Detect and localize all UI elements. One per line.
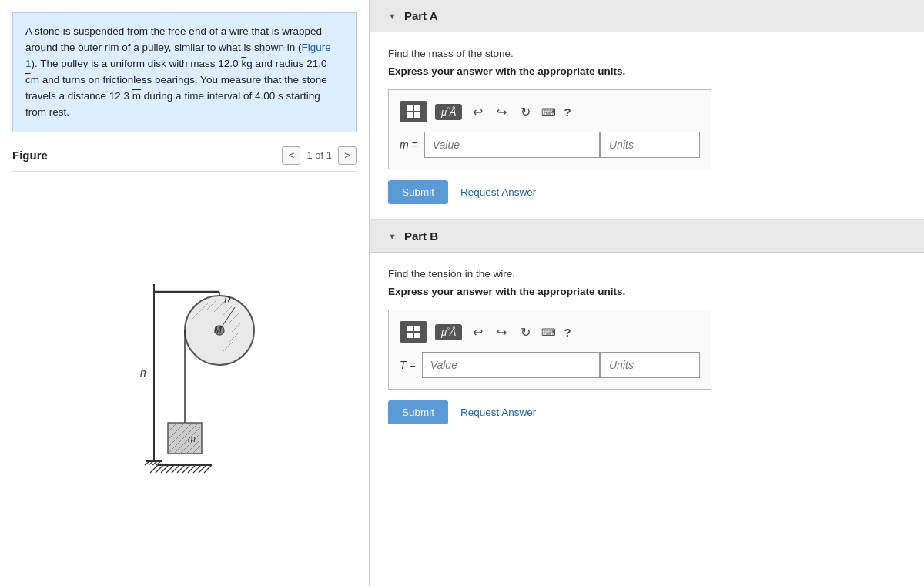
svg-text:R: R bbox=[224, 295, 231, 306]
figure-svg: h M R m bbox=[12, 172, 357, 574]
matrix-icon bbox=[407, 105, 420, 118]
figure-diagram: h M R m bbox=[100, 269, 270, 484]
part-a-instruction: Express your answer with the appropriate… bbox=[388, 65, 906, 77]
part-a-mu-button[interactable]: μ°Å bbox=[435, 104, 462, 120]
part-b-value-input[interactable] bbox=[422, 352, 600, 378]
part-b-instruction: Express your answer with the appropriate… bbox=[388, 286, 906, 297]
problem-text-content: A stone is suspended from the free end o… bbox=[25, 25, 331, 118]
part-b-body: Find the tension in the wire. Express yo… bbox=[370, 253, 924, 440]
part-a-collapse-icon: ▼ bbox=[388, 12, 397, 21]
part-b-input-label: T = bbox=[400, 352, 416, 378]
part-a-body: Find the mass of the stone. Express your… bbox=[370, 32, 924, 219]
part-a-toolbar: μ°Å ↩ ↪ ↻ ⌨ ? bbox=[400, 101, 700, 122]
part-b-description: Find the tension in the wire. bbox=[388, 268, 906, 280]
figure-link[interactable]: Figure 1 bbox=[25, 42, 331, 69]
part-a-input-label: m = bbox=[400, 132, 418, 158]
figure-header: Figure < 1 of 1 > bbox=[12, 132, 357, 172]
part-a-description: Find the mass of the stone. bbox=[388, 48, 906, 59]
part-a-header[interactable]: ▼ Part A bbox=[370, 0, 924, 32]
part-a-action-row: Submit Request Answer bbox=[388, 180, 906, 204]
part-b-header[interactable]: ▼ Part B bbox=[370, 220, 924, 253]
left-panel: A stone is suspended from the free end o… bbox=[0, 0, 370, 586]
part-b-units-input[interactable] bbox=[600, 352, 700, 378]
part-b-help-button[interactable]: ? bbox=[564, 326, 571, 339]
part-b-section: ▼ Part B Find the tension in the wire. E… bbox=[370, 220, 924, 440]
part-b-matrix-button[interactable] bbox=[400, 321, 427, 343]
svg-text:h: h bbox=[140, 367, 146, 379]
part-a-units-input[interactable] bbox=[600, 132, 700, 158]
part-a-redo-button[interactable]: ↪ bbox=[494, 103, 510, 121]
figure-title: Figure bbox=[12, 149, 48, 162]
part-a-refresh-button[interactable]: ↻ bbox=[517, 103, 534, 121]
svg-text:m: m bbox=[188, 434, 196, 444]
part-b-undo-button[interactable]: ↩ bbox=[470, 323, 486, 341]
part-b-refresh-button[interactable]: ↻ bbox=[517, 323, 534, 341]
figure-counter: 1 of 1 bbox=[306, 149, 332, 161]
figure-nav: < 1 of 1 > bbox=[282, 146, 357, 165]
part-b-toolbar: μ°Å ↩ ↪ ↻ ⌨ ? bbox=[400, 321, 700, 343]
part-b-request-answer-link[interactable]: Request Answer bbox=[460, 407, 536, 418]
part-a-keyboard-button[interactable]: ⌨ bbox=[541, 106, 556, 118]
part-b-keyboard-button[interactable]: ⌨ bbox=[541, 326, 556, 338]
next-figure-button[interactable]: > bbox=[338, 146, 357, 165]
part-b-answer-box: μ°Å ↩ ↪ ↻ ⌨ ? T = bbox=[388, 310, 711, 390]
part-a-request-answer-link[interactable]: Request Answer bbox=[460, 186, 536, 198]
prev-figure-button[interactable]: < bbox=[282, 146, 300, 165]
part-b-mu-button[interactable]: μ°Å bbox=[435, 324, 462, 340]
part-b-collapse-icon: ▼ bbox=[388, 232, 397, 241]
right-panel: ▼ Part A Find the mass of the stone. Exp… bbox=[370, 0, 924, 586]
part-a-matrix-button[interactable] bbox=[400, 101, 427, 122]
part-a-value-input[interactable] bbox=[424, 132, 600, 158]
part-a-label: Part A bbox=[404, 9, 438, 22]
part-b-redo-button[interactable]: ↪ bbox=[494, 323, 510, 341]
part-a-help-button[interactable]: ? bbox=[564, 105, 571, 119]
part-b-submit-button[interactable]: Submit bbox=[388, 400, 448, 424]
svg-text:M: M bbox=[214, 324, 222, 335]
figure-area: Figure < 1 of 1 > bbox=[0, 132, 369, 586]
part-a-answer-box: μ°Å ↩ ↪ ↻ ⌨ ? m = bbox=[388, 89, 711, 169]
part-b-label: Part B bbox=[404, 229, 438, 243]
part-a-input-row: m = bbox=[400, 132, 700, 158]
part-a-section: ▼ Part A Find the mass of the stone. Exp… bbox=[370, 0, 924, 220]
part-a-undo-button[interactable]: ↩ bbox=[470, 103, 486, 121]
part-b-action-row: Submit Request Answer bbox=[388, 400, 906, 424]
part-b-input-row: T = bbox=[400, 352, 700, 378]
problem-text: A stone is suspended from the free end o… bbox=[12, 12, 357, 132]
part-a-submit-button[interactable]: Submit bbox=[388, 180, 448, 204]
part-b-matrix-icon bbox=[407, 326, 420, 338]
